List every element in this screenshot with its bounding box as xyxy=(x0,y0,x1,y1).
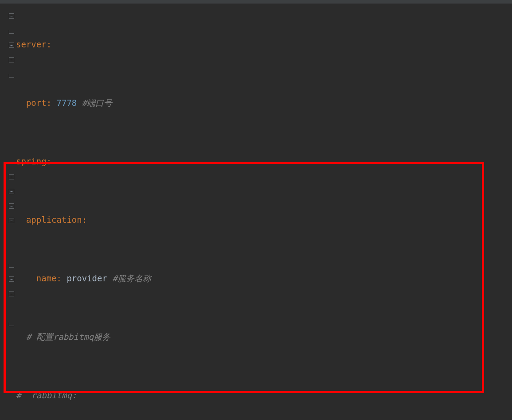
yaml-key: port xyxy=(26,98,47,108)
fold-icon[interactable] xyxy=(9,189,14,194)
fold-icon[interactable] xyxy=(9,203,14,209)
fold-end-icon xyxy=(9,74,14,78)
code-line[interactable]: server: xyxy=(16,37,512,52)
yaml-key: spring xyxy=(16,156,47,166)
fold-icon[interactable] xyxy=(9,57,14,62)
fold-icon[interactable] xyxy=(9,291,14,296)
yaml-value: 7778 xyxy=(57,98,77,108)
code-line[interactable]: name: provider #服务名称 xyxy=(16,271,512,286)
code-line[interactable]: application: xyxy=(16,213,512,227)
fold-icon[interactable] xyxy=(9,13,14,19)
code-line[interactable]: # 配置rabbitmq服务 xyxy=(16,330,512,344)
comment: #服务名称 xyxy=(107,273,151,283)
code-line[interactable]: # rabbitmq: xyxy=(16,388,512,403)
fold-end-icon xyxy=(9,264,14,268)
yaml-key: name xyxy=(36,273,57,283)
code-line[interactable]: spring: xyxy=(16,154,512,169)
comment: # rabbitmq: xyxy=(16,390,77,400)
top-strip xyxy=(0,0,512,4)
fold-icon[interactable] xyxy=(9,43,14,48)
comment: # 配置rabbitmq服务 xyxy=(26,332,110,342)
comment: #端口号 xyxy=(77,98,112,108)
code-editor[interactable]: server: port: 7778 #端口号 spring: applicat… xyxy=(0,4,512,420)
fold-icon[interactable] xyxy=(9,276,14,282)
fold-icon[interactable] xyxy=(9,218,14,223)
code-line[interactable]: port: 7778 #端口号 xyxy=(16,96,512,110)
yaml-key: application xyxy=(26,215,82,225)
fold-end-icon xyxy=(9,30,14,34)
fold-icon[interactable] xyxy=(9,174,14,179)
fold-end-icon xyxy=(9,323,14,326)
gutter[interactable] xyxy=(0,4,16,420)
yaml-key: server xyxy=(16,39,47,49)
yaml-value: provider xyxy=(66,273,107,283)
code-area[interactable]: server: port: 7778 #端口号 spring: applicat… xyxy=(16,4,512,420)
